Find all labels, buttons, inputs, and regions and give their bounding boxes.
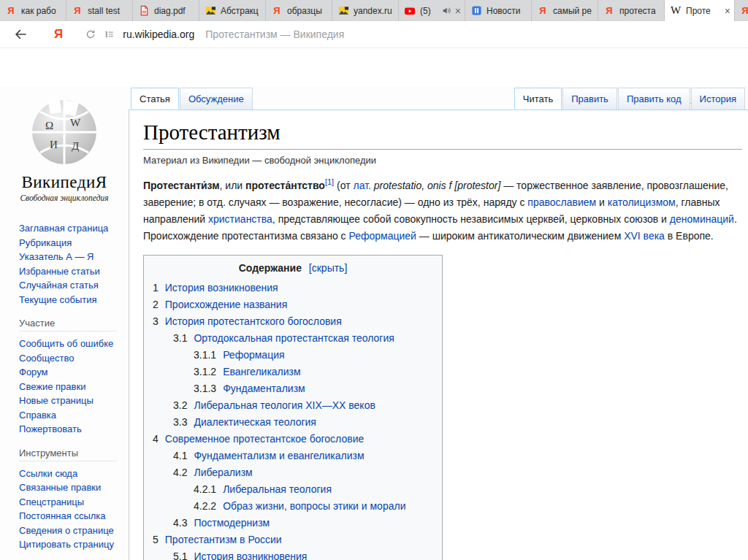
toc-link[interactable]: Либерализм xyxy=(194,467,252,478)
article-text: и xyxy=(596,196,608,208)
svg-text:W: W xyxy=(70,117,81,129)
browser-window: Якак рабоЯstall testdiag.pdfАбстракцЯобр… xyxy=(0,0,748,48)
article-link[interactable]: христианства xyxy=(208,213,272,225)
wikipedia-globe-logo[interactable]: Ω W И Д xyxy=(0,97,129,169)
toc-link[interactable]: История протестантского богословия xyxy=(165,315,342,327)
site-list-icon[interactable] xyxy=(104,28,115,40)
article-text: , представляющее собой совокупность неза… xyxy=(272,213,670,225)
toc-link[interactable]: Происхождение названия xyxy=(165,299,287,310)
sidebar-item[interactable]: Указатель А — Я xyxy=(19,250,129,264)
view-tab[interactable]: Править xyxy=(562,88,617,110)
sidebar-item[interactable]: Сообщить об ошибке xyxy=(19,337,129,351)
toc-item: 4.2Либерализм xyxy=(153,467,433,478)
toc-link[interactable]: История возникновения xyxy=(165,282,278,294)
view-tab[interactable]: История xyxy=(691,88,745,110)
browser-tab[interactable]: Яstall test xyxy=(66,0,133,21)
toc-link[interactable]: Фундаментализм и евангеликализм xyxy=(194,450,364,461)
sidebar-item[interactable]: Ссылки сюда xyxy=(19,467,129,481)
toc-title: Содержание xyxy=(239,262,302,274)
wikipedia-page: Вы не представились системе Ω W И Д Вики… xyxy=(0,85,748,560)
sidebar-item[interactable]: Новые страницы xyxy=(19,394,129,408)
toc-link[interactable]: Протестантизм в России xyxy=(165,534,282,545)
toc-number: 3.1.1 xyxy=(194,349,216,361)
close-icon[interactable]: × xyxy=(725,6,730,16)
toc-link[interactable]: Образ жизни, вопросы этики и морали xyxy=(223,500,405,512)
namespace-tab[interactable]: Статья xyxy=(131,88,179,110)
article-link[interactable]: православием xyxy=(527,196,596,208)
sidebar-item[interactable]: Спецстраницы xyxy=(19,495,129,510)
article-link[interactable]: XVI века xyxy=(624,230,665,242)
yandex-home-icon[interactable]: Я xyxy=(54,27,63,42)
view-tab[interactable]: Править код xyxy=(618,88,690,110)
sidebar-item[interactable]: Пожертвовать xyxy=(19,422,129,437)
browser-tab-label: как рабо xyxy=(21,6,62,16)
browser-tab[interactable]: Я xyxy=(735,0,748,21)
toc-list: 1История возникновения2Происхождение наз… xyxy=(153,282,433,560)
sidebar-item[interactable]: Форум xyxy=(19,365,129,380)
browser-tab[interactable]: Япротеста xyxy=(598,0,665,21)
sidebar-item[interactable]: Сведения о странице xyxy=(19,523,129,538)
toc-link[interactable]: Реформация xyxy=(223,349,284,361)
footnote-ref[interactable]: [1] xyxy=(325,177,334,186)
article-link[interactable]: лат. xyxy=(354,180,371,191)
namespace-tab[interactable]: Обсуждение xyxy=(180,88,253,110)
sidebar-item[interactable]: Постоянная ссылка xyxy=(19,509,129,523)
browser-address-bar: Я ru.wikipedia.org Протестантизм — Викип… xyxy=(0,21,748,48)
browser-tab[interactable]: (5)× xyxy=(399,0,465,21)
toc-number: 3.3 xyxy=(173,416,187,428)
toc-number: 3 xyxy=(153,315,159,327)
toc-number: 3.2 xyxy=(173,399,187,411)
wiki-sidebar: Ω W И Д ВикипедиЯ Свободная энциклопедия… xyxy=(0,85,129,560)
toc-hide-toggle[interactable]: [скрыть] xyxy=(309,262,347,274)
browser-tab[interactable]: Абстракц xyxy=(199,0,266,21)
sidebar-item[interactable]: Заглавная страница xyxy=(19,221,129,236)
article-link[interactable]: Реформацией xyxy=(348,230,416,242)
toc-link[interactable]: История возникновения xyxy=(194,551,307,560)
url-field[interactable]: ru.wikipedia.org Протестантизм — Википед… xyxy=(85,28,344,40)
sidebar-item[interactable]: Справка xyxy=(19,408,129,423)
yandex-icon: Я xyxy=(739,5,748,17)
sidebar-item[interactable]: Рубрикация xyxy=(19,236,129,250)
image-icon xyxy=(337,5,349,17)
speaker-icon[interactable] xyxy=(441,5,453,17)
sidebar-item[interactable]: Избранные статьи xyxy=(19,264,129,279)
sidebar-item[interactable]: Случайная статья xyxy=(19,278,129,293)
browser-tab[interactable]: diag.pdf xyxy=(133,0,199,21)
article-link[interactable]: деноминаций xyxy=(670,213,734,225)
toc-number: 3.1.3 xyxy=(194,383,216,394)
toc-link[interactable]: Диалектическая теология xyxy=(194,416,316,428)
toc-number: 4.3 xyxy=(173,517,187,529)
toc-link[interactable]: Фундаментализм xyxy=(223,383,305,394)
toc-item: 3.2Либеральная теология XIX—XX веков xyxy=(153,399,433,411)
url-host[interactable]: ru.wikipedia.org xyxy=(123,28,194,40)
toc-link[interactable]: Либеральная теология XIX—XX веков xyxy=(194,399,375,411)
browser-tab[interactable]: Якак рабо xyxy=(0,0,66,21)
article-link[interactable]: [1] xyxy=(325,177,334,186)
browser-tab[interactable]: yandex.ru xyxy=(332,0,399,21)
close-icon[interactable]: × xyxy=(455,6,461,16)
browser-tab-label: stall test xyxy=(88,6,129,16)
article-link[interactable]: католицизмом xyxy=(608,196,676,208)
browser-tab[interactable]: WПроте× xyxy=(665,0,735,21)
sidebar-item[interactable]: Свежие правки xyxy=(19,380,129,394)
toc-link[interactable]: Ортодоксальная протестантская теология xyxy=(194,332,394,344)
browser-tab[interactable]: Новости xyxy=(465,0,532,21)
back-icon[interactable] xyxy=(13,27,28,42)
toc-link[interactable]: Современное протестантское богословие xyxy=(165,433,364,445)
browser-tab[interactable]: Яобразцы xyxy=(266,0,332,21)
toc-link[interactable]: Евангеликализм xyxy=(223,366,301,377)
toc-link[interactable]: Постмодернизм xyxy=(194,517,270,529)
sidebar-item[interactable]: Текущие события xyxy=(19,293,129,307)
sidebar-item[interactable]: Сообщество xyxy=(19,351,129,366)
toc-item: 4.3Постмодернизм xyxy=(153,517,433,529)
toc-number: 5.1 xyxy=(173,551,187,560)
sidebar-item[interactable]: Связанные правки xyxy=(19,480,129,495)
wikipedia-wordmark[interactable]: ВикипедиЯ xyxy=(0,173,129,192)
toc-link[interactable]: Либеральная теология xyxy=(223,483,332,495)
svg-text:Ω: Ω xyxy=(45,120,53,131)
sidebar-item[interactable]: Цитировать страницу xyxy=(19,537,129,552)
browser-tab[interactable]: Ясамый ре xyxy=(532,0,598,21)
article-text: (от xyxy=(334,180,353,191)
reload-icon[interactable] xyxy=(85,28,96,40)
view-tab[interactable]: Читать xyxy=(514,88,562,110)
